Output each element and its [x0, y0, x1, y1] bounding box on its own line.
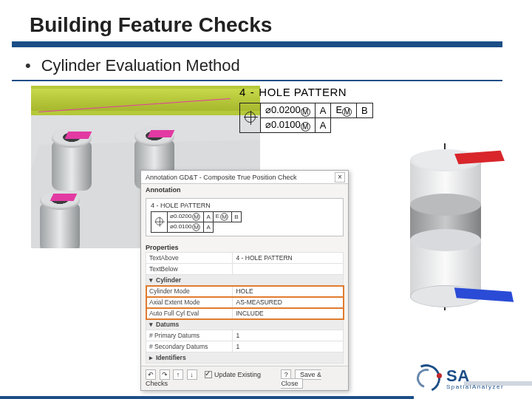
prop-row-axialmode[interactable]: Axial Extent ModeAS-MEASURED — [146, 297, 344, 308]
bullet-dot-icon: • — [25, 58, 31, 74]
position-symbol-icon — [245, 112, 256, 123]
fcf-r2-d1: A — [315, 118, 331, 133]
callout-sep: - — [250, 86, 255, 98]
brand-text: SA SpatialAnalyzer — [446, 366, 504, 390]
prop-val[interactable]: AS-MEASURED — [233, 297, 344, 308]
prop-val[interactable]: HOLE — [233, 286, 344, 297]
afcf-r1-d3: B — [232, 212, 241, 222]
render-hole-1 — [52, 129, 92, 191]
feature-control-frame: ⌀0.0200M A EM B ⌀0.0100M A — [239, 103, 373, 133]
prop-row-cylmode[interactable]: Cylinder ModeHOLE — [146, 286, 344, 297]
mmc-icon: M — [301, 107, 310, 117]
annotation-preview[interactable]: 4 - HOLE PATTERN ⌀0.0200M A EM B ⌀0.0100… — [146, 198, 344, 236]
annotation-fcf: ⌀0.0200M A EM B ⌀0.0100M A — [151, 211, 242, 233]
prop-val[interactable]: 1 — [233, 341, 344, 352]
sa-logo-icon — [411, 363, 442, 394]
bullet-text: Cylinder Evaluation Method — [41, 56, 240, 75]
redo-icon[interactable]: ↷ — [160, 369, 170, 380]
afcf-r1-tol: ⌀0.0200 — [170, 213, 191, 219]
prop-row-textbelow[interactable]: TextBelow — [146, 264, 344, 275]
prop-row-textabove[interactable]: TextAbove4 - HOLE PATTERN — [146, 253, 344, 264]
undo-icon[interactable]: ↶ — [146, 369, 156, 380]
mmc-icon: M — [301, 122, 310, 132]
callout-prefix: 4 — [239, 86, 246, 98]
render-hole-3 — [40, 191, 80, 248]
mmc-icon: M — [193, 213, 200, 220]
prop-val[interactable]: 4 - HOLE PATTERN — [233, 253, 344, 264]
fcf-r1-d1: A — [315, 103, 331, 118]
dialog-footer: ↶ ↷ ↑ ↓ Update Existing Checks ? Save & … — [141, 366, 348, 390]
callout-name: HOLE PATTERN — [259, 86, 347, 98]
prop-key: # Secondary Datums — [146, 341, 233, 352]
group-label: Identifiers — [156, 354, 186, 361]
group-label: Cylinder — [156, 276, 181, 284]
footer-bar — [0, 396, 414, 399]
prop-key: # Primary Datums — [146, 330, 233, 341]
dialog-title: Annotation GD&T - Composite True Positio… — [146, 174, 296, 181]
afcf-r2-d1: A — [204, 222, 213, 233]
title-rule — [12, 41, 502, 47]
gdt-callout: 4 - HOLE PATTERN ⌀0.0200M A EM B ⌀0.0100… — [239, 86, 429, 133]
fcf-r2-tol: ⌀0.0100 — [265, 119, 301, 130]
dialog-titlebar[interactable]: Annotation GD&T - Composite True Positio… — [141, 171, 348, 184]
prop-key: TextBelow — [146, 264, 233, 275]
section-properties-header: Properties — [141, 242, 348, 252]
checkbox-icon[interactable] — [205, 371, 212, 378]
mmc-icon: M — [342, 107, 352, 117]
prop-group-identifiers[interactable]: ▸Identifiers — [146, 352, 344, 364]
prop-val[interactable]: INCLUDE — [233, 308, 344, 319]
prop-row-primary[interactable]: # Primary Datums1 — [146, 330, 344, 341]
prop-key: Axial Extent Mode — [146, 297, 233, 308]
fcf-r1-d2: E — [335, 104, 342, 115]
prop-key: Auto Full Cyl Eval — [146, 308, 233, 319]
annotation-dialog: Annotation GD&T - Composite True Positio… — [140, 170, 349, 391]
brand-main: SA — [446, 366, 470, 385]
prop-key: TextAbove — [146, 253, 233, 264]
prop-group-datums[interactable]: ▾Datums — [146, 319, 344, 330]
afcf-r2-tol: ⌀0.0100 — [170, 223, 191, 230]
collapse-icon[interactable]: ▾ — [149, 321, 156, 328]
cylinder-visualization — [390, 148, 501, 325]
collapse-icon[interactable]: ▾ — [149, 276, 156, 284]
prop-group-cylinder[interactable]: ▾Cylinder — [146, 275, 344, 286]
brand-footer: SA SpatialAnalyzer — [411, 362, 522, 395]
mmc-icon: M — [220, 213, 228, 220]
prop-row-secondary[interactable]: # Secondary Datums1 — [146, 341, 344, 352]
prop-val[interactable] — [233, 264, 344, 275]
prop-row-autofull[interactable]: Auto Full Cyl EvalINCLUDE — [146, 308, 344, 319]
mmc-icon: M — [193, 223, 200, 231]
bullet-row: • Cylinder Evaluation Method — [0, 55, 532, 78]
section-annotation-header: Annotation — [141, 184, 348, 194]
annotation-label: 4 - HOLE PATTERN — [151, 202, 338, 209]
prop-key: Cylinder Mode — [146, 286, 233, 297]
fcf-r1-d3: B — [357, 103, 373, 118]
close-icon[interactable]: × — [335, 172, 345, 183]
properties-table: TextAbove4 - HOLE PATTERN TextBelow ▾Cyl… — [146, 252, 344, 364]
slide-title: Building Feature Checks — [0, 13, 532, 41]
prop-val[interactable]: 1 — [233, 330, 344, 341]
brand-sub: SpatialAnalyzer — [446, 383, 504, 390]
red-flag-icon — [454, 151, 505, 164]
expand-icon[interactable]: ▸ — [149, 354, 156, 361]
move-down-icon[interactable]: ↓ — [187, 369, 197, 380]
fcf-r1-tol: ⌀0.0200 — [265, 104, 301, 115]
afcf-r1-d2: E — [216, 213, 219, 219]
slide: Building Feature Checks • Cylinder Evalu… — [0, 0, 532, 399]
render-top-surface — [31, 89, 260, 111]
position-symbol-icon — [155, 217, 163, 225]
move-up-icon[interactable]: ↑ — [173, 369, 183, 380]
afcf-r1-d1: A — [204, 212, 213, 222]
content-area: 4 - HOLE PATTERN ⌀0.0200M A EM B ⌀0.0100… — [0, 81, 532, 362]
group-label: Datums — [156, 321, 179, 328]
